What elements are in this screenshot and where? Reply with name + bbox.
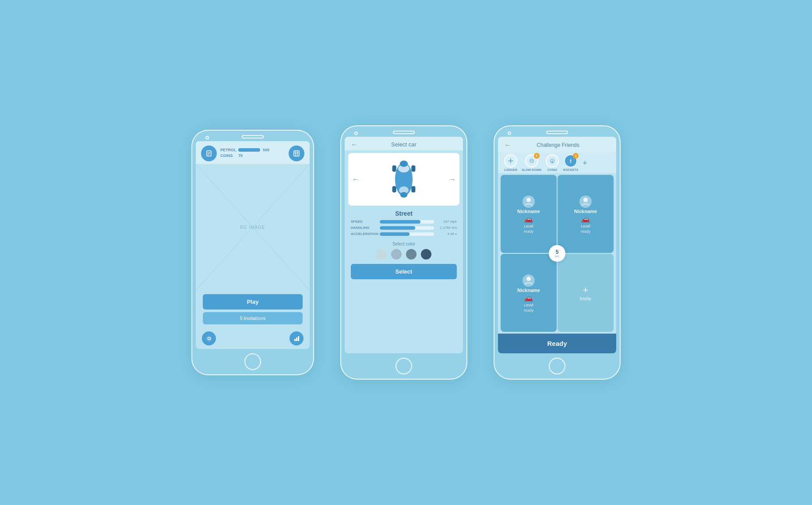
speed-bar-fill	[380, 220, 420, 224]
phone3-side-buttons	[494, 161, 494, 184]
phone1-bg-area: BG IMAGE	[196, 164, 310, 291]
select-car-button[interactable]: Select	[351, 264, 457, 279]
coins-label: COINS	[547, 168, 557, 171]
player3-level: Level	[524, 303, 533, 307]
phone1-stats: PETROL 500 COINS 75	[217, 148, 289, 159]
invite-plus-icon: +	[583, 285, 589, 295]
svg-rect-22	[411, 186, 415, 192]
phone3-header: ← Challenge Friends	[498, 137, 616, 152]
player-card-2: Nickname 🚗 Level ready	[558, 175, 614, 253]
handling-row: HANDLING 1.2780 G's	[351, 226, 457, 230]
phone2-back-button[interactable]: ←	[351, 141, 358, 149]
svg-rect-20	[411, 165, 415, 172]
phone2-right-button	[467, 170, 467, 185]
phone2-car-display: ←	[348, 153, 459, 206]
powerup-rockets: 2 ROCKETS	[563, 154, 578, 171]
player2-car: 🚗	[581, 215, 590, 223]
speed-value: 237 mph	[436, 220, 457, 224]
slowdown-circle[interactable]: 5	[525, 154, 538, 167]
rockets-badge: 2	[573, 153, 579, 159]
notes-icon	[201, 146, 217, 161]
phone2-home-button[interactable]	[395, 358, 412, 374]
car-name: Street	[345, 208, 463, 218]
player3-status: ready	[524, 308, 534, 313]
player-card-1: Nickname 🚗 Level ready	[501, 175, 557, 253]
phone2-stats: SPEED 237 mph HANDLING 1.2780 G's ACCELE…	[345, 218, 463, 240]
phone3-powerups-row: LONGER 5 SLOW DOWN	[498, 152, 616, 173]
svg-point-32	[526, 277, 531, 281]
bg-x-lines	[196, 164, 310, 291]
coins-circle[interactable]: $	[546, 154, 559, 167]
svg-text:$: $	[551, 160, 553, 164]
phone3-camera	[508, 132, 511, 135]
svg-point-30	[526, 198, 531, 202]
svg-point-17	[400, 160, 408, 167]
color-darkest[interactable]	[421, 249, 431, 260]
coins-value: 75	[238, 153, 243, 158]
svg-point-18	[400, 192, 407, 198]
phone3-home-button[interactable]	[549, 358, 565, 374]
phone2-bottom	[341, 353, 466, 379]
invitations-button[interactable]: 5 Invitations	[203, 312, 303, 324]
phone3-back-button[interactable]: ←	[504, 141, 511, 149]
player1-status: ready	[524, 229, 534, 234]
phone2-top-bar	[341, 126, 466, 137]
handling-value: 1.2780 G's	[436, 226, 457, 230]
countdown-timer: 5 sec	[549, 245, 565, 262]
add-powerup-button[interactable]: +	[583, 159, 587, 171]
invite-text: Invite	[580, 296, 591, 301]
phone1-header: PETROL 500 COINS 75	[196, 141, 310, 164]
acceleration-value: 4.49 s	[436, 232, 457, 236]
handling-label: HANDLING	[351, 226, 378, 230]
handling-bar-fill	[380, 226, 415, 230]
speed-bar-bg	[380, 220, 434, 224]
invite-card[interactable]: + Invite	[558, 254, 614, 332]
player3-car: 🚗	[524, 294, 533, 302]
phone1-speaker	[242, 135, 264, 139]
coins-label: COINS	[220, 153, 236, 158]
shop-icon[interactable]	[289, 146, 304, 161]
phone2-car-prev[interactable]: ←	[352, 175, 360, 184]
settings-icon[interactable]	[202, 331, 216, 345]
handling-bar-bg	[380, 226, 434, 230]
phone3-top-bar	[494, 126, 620, 137]
phone2-title: Select car	[391, 141, 417, 148]
speed-label: SPEED	[351, 220, 378, 224]
color-dark-gray[interactable]	[406, 249, 417, 260]
phone2-car-next[interactable]: →	[448, 175, 456, 184]
player2-level: Level	[581, 224, 590, 228]
phone1-side-buttons	[191, 166, 192, 188]
svg-rect-13	[298, 336, 299, 341]
phone1-home-button[interactable]	[244, 353, 261, 370]
ready-button[interactable]: Ready	[498, 334, 616, 353]
player-card-3: Nickname 🚗 Level ready	[501, 254, 557, 332]
player2-avatar	[579, 196, 592, 208]
coins-row: COINS 75	[220, 153, 285, 158]
longer-circle[interactable]	[504, 154, 517, 167]
svg-rect-24	[510, 158, 511, 164]
svg-rect-4	[294, 151, 299, 156]
acceleration-bar-fill	[380, 232, 410, 236]
phone2-camera	[354, 132, 358, 135]
phones-container: PETROL 500 COINS 75	[191, 125, 621, 380]
color-section-label: Select color	[345, 242, 463, 246]
svg-point-10	[208, 338, 210, 340]
rockets-circle[interactable]: 2	[564, 154, 577, 167]
player1-car: 🚗	[524, 215, 533, 223]
player3-avatar	[523, 274, 535, 287]
phone2-screen: ← Select car ←	[345, 137, 463, 353]
play-button[interactable]: Play	[203, 294, 303, 309]
petrol-bar	[238, 148, 260, 152]
svg-rect-19	[392, 165, 396, 172]
player1-avatar	[523, 196, 535, 208]
powerup-coins: $ COINS	[546, 154, 559, 171]
svg-rect-21	[392, 186, 396, 192]
player2-name: Nickname	[574, 209, 597, 214]
timer-label: sec	[555, 255, 560, 258]
phone2-side-buttons	[340, 161, 341, 184]
color-light-gray[interactable]	[376, 249, 387, 260]
phone3-players-grid: Nickname 🚗 Level ready Nickname 🚗	[498, 173, 616, 334]
stats-icon[interactable]	[289, 331, 304, 345]
color-medium-gray[interactable]	[391, 249, 402, 260]
phone-3: ← Challenge Friends LONGER 5	[494, 125, 621, 380]
